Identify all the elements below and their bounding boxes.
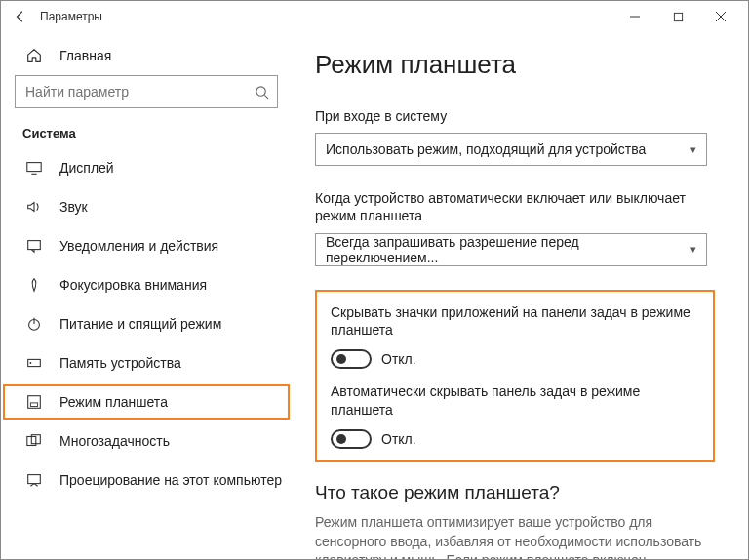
search-icon bbox=[246, 85, 277, 100]
sound-icon bbox=[22, 195, 46, 219]
sidebar-item-power[interactable]: Питание и спящий режим bbox=[1, 304, 292, 343]
sidebar-item-label: Проецирование на этот компьютер bbox=[59, 472, 282, 488]
home-link[interactable]: Главная bbox=[1, 36, 292, 75]
signin-dropdown[interactable]: Использовать режим, подходящий для устро… bbox=[315, 133, 707, 166]
dropdown-value: Всегда запрашивать разрешение перед пере… bbox=[326, 234, 690, 265]
sidebar-item-label: Уведомления и действия bbox=[59, 238, 218, 254]
sidebar-item-label: Режим планшета bbox=[59, 394, 168, 410]
auto-label: Когда устройство автоматически включает … bbox=[315, 189, 725, 224]
projecting-icon bbox=[22, 468, 46, 492]
nav-list: Дисплей Звук Уведомления и действия Фоку… bbox=[1, 148, 292, 559]
chevron-down-icon: ▾ bbox=[690, 143, 696, 156]
close-button[interactable] bbox=[699, 3, 742, 30]
dropdown-value: Использовать режим, подходящий для устро… bbox=[326, 141, 646, 157]
auto-dropdown[interactable]: Всегда запрашивать разрешение перед пере… bbox=[315, 233, 707, 266]
sidebar-item-sound[interactable]: Звук bbox=[1, 187, 292, 226]
svg-rect-17 bbox=[28, 475, 41, 484]
svg-rect-8 bbox=[28, 241, 41, 250]
svg-rect-14 bbox=[30, 403, 37, 407]
search-input[interactable] bbox=[16, 84, 246, 100]
sidebar-item-label: Память устройства bbox=[59, 355, 181, 371]
minimize-button[interactable] bbox=[613, 3, 656, 30]
section-title: Система bbox=[1, 118, 292, 148]
svg-rect-6 bbox=[27, 163, 41, 172]
chevron-down-icon: ▾ bbox=[690, 243, 696, 256]
maximize-button[interactable] bbox=[656, 3, 699, 30]
sidebar-item-projecting[interactable]: Проецирование на этот компьютер bbox=[1, 460, 292, 500]
sidebar-item-notifications[interactable]: Уведомления и действия bbox=[1, 226, 292, 265]
back-button[interactable] bbox=[7, 3, 34, 30]
sidebar: Главная Система Дисплей Звук bbox=[1, 32, 292, 559]
home-label: Главная bbox=[59, 48, 111, 63]
sidebar-item-label: Дисплей bbox=[59, 160, 114, 176]
svg-rect-1 bbox=[674, 13, 682, 20]
sidebar-item-tablet-mode[interactable]: Режим планшета bbox=[1, 382, 292, 421]
highlight-box: Скрывать значки приложений на панели зад… bbox=[315, 290, 715, 463]
sidebar-item-label: Многозадачность bbox=[59, 433, 170, 449]
storage-icon bbox=[22, 351, 46, 375]
toggle-state-text: Откл. bbox=[381, 351, 416, 367]
sidebar-item-label: Звук bbox=[59, 199, 88, 215]
svg-line-5 bbox=[264, 95, 268, 99]
toggle-hide-icons[interactable] bbox=[331, 349, 372, 369]
content-pane: Режим планшета При входе в систему Испол… bbox=[292, 32, 748, 559]
sidebar-item-label: Фокусировка внимания bbox=[59, 277, 207, 293]
sidebar-item-display[interactable]: Дисплей bbox=[1, 148, 292, 187]
notifications-icon bbox=[22, 234, 46, 258]
search-box[interactable] bbox=[15, 75, 278, 108]
svg-point-4 bbox=[256, 86, 264, 95]
titlebar: Параметры bbox=[1, 1, 748, 32]
sidebar-item-focus[interactable]: Фокусировка внимания bbox=[1, 265, 292, 304]
settings-window: Параметры Главная bbox=[0, 0, 749, 560]
toggle-hide-taskbar[interactable] bbox=[331, 429, 372, 449]
svg-point-12 bbox=[30, 362, 32, 364]
toggle-hide-icons-label: Скрывать значки приложений на панели зад… bbox=[331, 303, 699, 340]
sidebar-item-label: Питание и спящий режим bbox=[59, 316, 221, 332]
page-title: Режим планшета bbox=[315, 50, 725, 80]
multitasking-icon bbox=[22, 429, 46, 453]
what-is-description: Режим планшета оптимизирует ваше устройс… bbox=[315, 513, 715, 559]
toggle-hide-taskbar-label: Автоматически скрывать панель задач в ре… bbox=[331, 382, 699, 420]
window-title: Параметры bbox=[40, 10, 613, 23]
sidebar-item-multitasking[interactable]: Многозадачность bbox=[1, 421, 292, 460]
display-icon bbox=[22, 156, 46, 180]
power-icon bbox=[22, 312, 46, 336]
focus-icon bbox=[22, 273, 46, 297]
tablet-icon bbox=[22, 390, 46, 414]
what-is-heading: Что такое режим планшета? bbox=[315, 482, 725, 503]
signin-label: При входе в систему bbox=[315, 107, 725, 125]
sidebar-item-storage[interactable]: Память устройства bbox=[1, 343, 292, 382]
toggle-state-text: Откл. bbox=[381, 431, 416, 447]
home-icon bbox=[22, 44, 46, 67]
